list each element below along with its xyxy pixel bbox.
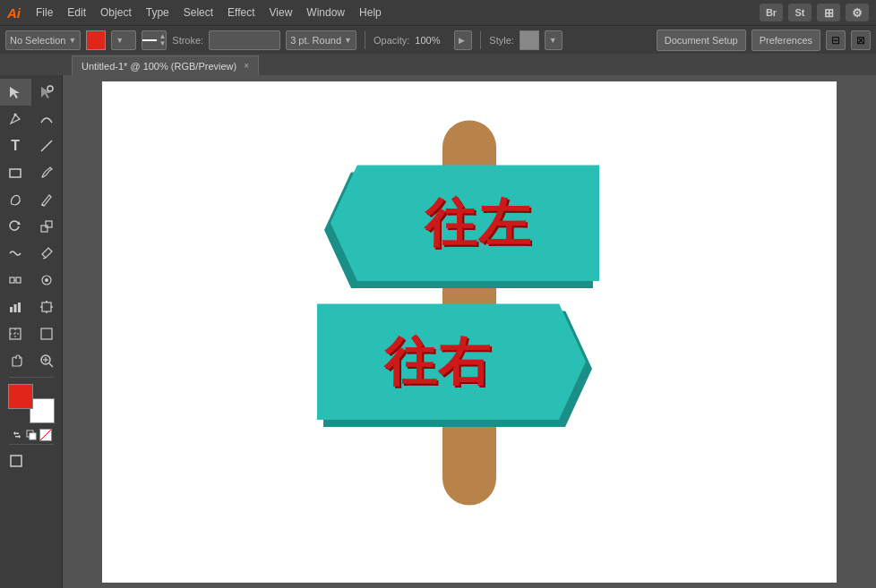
svg-point-14 <box>45 278 48 282</box>
select-tool[interactable] <box>0 79 31 106</box>
svg-marker-1 <box>41 87 51 98</box>
menu-file[interactable]: File <box>30 4 59 21</box>
sign-top-front: 往左 <box>331 165 599 281</box>
direct-select-tool[interactable] <box>31 79 63 106</box>
slice-tool[interactable] <box>0 320 31 347</box>
svg-rect-11 <box>16 277 21 283</box>
tool-row-type: T <box>0 132 62 159</box>
tool-row-bottom <box>0 447 62 474</box>
tool-row-pen <box>0 106 62 132</box>
chevron-down-icon: ▼ <box>344 36 352 45</box>
svg-point-3 <box>14 114 17 116</box>
paintbrush-tool[interactable] <box>31 159 63 186</box>
svg-line-4 <box>41 141 52 151</box>
svg-line-28 <box>49 363 53 367</box>
tab-bar: Untitled-1* @ 100% (RGB/Preview) × <box>0 54 876 75</box>
chevron-right-icon: ▶ <box>459 36 465 45</box>
svg-rect-15 <box>10 307 13 312</box>
bridge-icon[interactable]: Br <box>760 4 783 21</box>
rect-tool[interactable] <box>0 159 31 186</box>
rotate-tool[interactable] <box>0 213 31 240</box>
background-swatch[interactable] <box>30 398 55 423</box>
menu-help[interactable]: Help <box>353 4 388 21</box>
preferences-button[interactable]: Preferences <box>751 30 820 51</box>
stroke-label: Stroke: <box>172 35 203 46</box>
symbol-sprayer-tool[interactable] <box>31 267 63 294</box>
scale-tool[interactable] <box>31 213 63 240</box>
warp-tool[interactable] <box>0 240 31 267</box>
svg-rect-10 <box>10 277 14 283</box>
blob-brush-tool[interactable] <box>0 186 31 213</box>
tool-row-warp <box>0 240 62 267</box>
opacity-label: Opacity: <box>374 35 409 46</box>
canvas: 往左 往右 <box>102 81 837 583</box>
menu-edit[interactable]: Edit <box>61 4 92 21</box>
menu-window[interactable]: Window <box>300 4 351 21</box>
foreground-swatch[interactable] <box>8 384 33 409</box>
document-setup-button[interactable]: Document Setup <box>657 30 746 51</box>
swatch-mini-row <box>11 429 52 441</box>
default-colors-icon[interactable] <box>25 429 38 441</box>
none-swatch[interactable] <box>39 429 52 441</box>
weight-select[interactable]: 3 pt. Round ▼ <box>286 30 356 50</box>
toolbar: T <box>0 75 63 588</box>
curvature-tool[interactable] <box>31 106 63 132</box>
align-icon[interactable]: ⊟ <box>826 30 846 50</box>
draw-mode-icon[interactable] <box>0 447 31 474</box>
menu-select[interactable]: Select <box>177 4 219 21</box>
swap-colors-icon[interactable] <box>11 429 23 441</box>
chevron-down-icon: ▼ <box>116 36 124 45</box>
sign-top-text: 往左 <box>425 188 532 258</box>
menu-view[interactable]: View <box>263 4 299 21</box>
zoom-tool[interactable] <box>31 347 63 374</box>
style-dropdown[interactable]: ▼ <box>545 30 563 50</box>
svg-rect-33 <box>11 456 21 466</box>
tool-row-hand <box>0 347 62 374</box>
color-swatches <box>8 384 55 423</box>
fill-dropdown[interactable]: ▼ <box>111 30 136 50</box>
stroke-line <box>142 39 157 41</box>
type-tool[interactable]: T <box>0 132 31 159</box>
sign-top: 往左 <box>299 165 604 281</box>
arrange-icon[interactable]: ⊠ <box>851 30 871 50</box>
svg-rect-8 <box>46 221 52 227</box>
tool-row-select <box>0 79 62 106</box>
close-icon[interactable]: × <box>244 61 249 71</box>
tool-row-shape <box>0 159 62 186</box>
document-tab[interactable]: Untitled-1* @ 100% (RGB/Preview) × <box>72 55 259 75</box>
svg-rect-7 <box>41 226 47 232</box>
stroke-input[interactable] <box>209 30 280 50</box>
artboard-tool[interactable] <box>31 294 63 320</box>
app-logo: Ai <box>7 5 21 21</box>
tool-row-slice <box>0 320 62 347</box>
menu-object[interactable]: Object <box>94 4 138 21</box>
menu-type[interactable]: Type <box>140 4 176 21</box>
svg-rect-5 <box>10 169 21 177</box>
svg-rect-32 <box>30 433 36 439</box>
line-tool[interactable] <box>31 132 63 159</box>
tool-row-graph <box>0 294 62 320</box>
pencil-tool[interactable] <box>31 186 63 213</box>
settings-icon[interactable]: ⚙ <box>846 4 869 21</box>
stock-icon[interactable]: St <box>788 4 812 21</box>
pen-tool[interactable] <box>0 106 31 132</box>
tool-row-pencil <box>0 186 62 213</box>
selection-dropdown[interactable]: No Selection ▼ <box>5 30 81 50</box>
eyedropper-tool[interactable] <box>31 240 63 267</box>
fill-swatch[interactable] <box>86 30 106 50</box>
hand-tool[interactable] <box>0 347 31 374</box>
opacity-dropdown[interactable]: ▶ <box>454 30 472 50</box>
menu-effect[interactable]: Effect <box>221 4 261 21</box>
canvas-area: 往左 往右 <box>63 75 876 588</box>
stroke-preview: ▲▼ <box>142 30 167 50</box>
column-graph-tool[interactable] <box>0 294 31 320</box>
perspective-tool[interactable] <box>31 320 63 347</box>
grid-icon[interactable]: ⊞ <box>817 4 840 21</box>
tool-row-rotate <box>0 213 62 240</box>
blend-tool[interactable] <box>0 267 31 294</box>
svg-line-9 <box>43 258 46 259</box>
style-swatch[interactable] <box>520 30 539 50</box>
chevron-down-icon: ▼ <box>549 36 557 45</box>
svg-rect-26 <box>41 328 52 339</box>
sign-bottom: 往右 <box>317 303 622 420</box>
